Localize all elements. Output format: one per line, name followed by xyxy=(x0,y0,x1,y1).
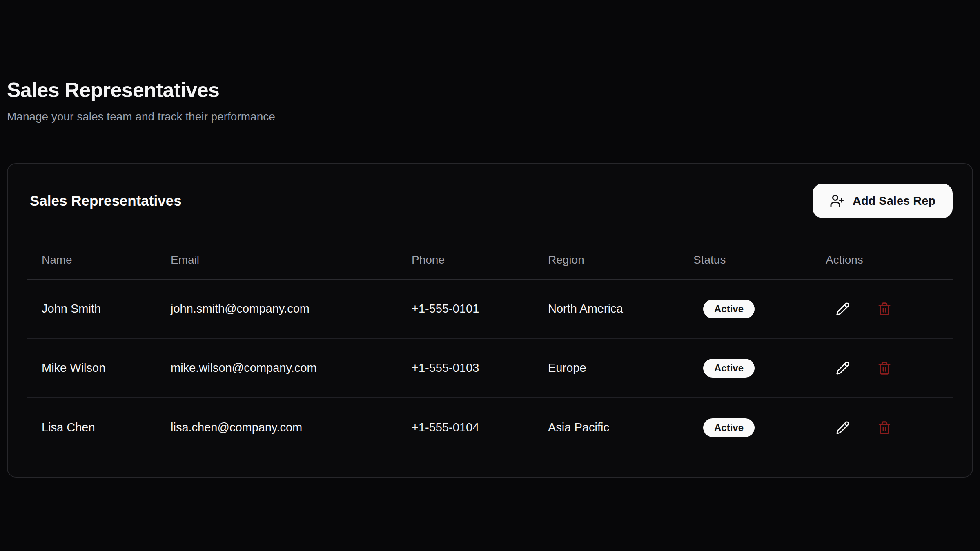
page-title: Sales Representatives xyxy=(7,78,973,102)
table-header-row: Name Email Phone Region Status Actions xyxy=(27,241,953,280)
trash-icon xyxy=(878,302,891,316)
pencil-icon xyxy=(836,421,850,435)
add-sales-rep-button[interactable]: Add Sales Rep xyxy=(813,184,953,218)
sales-reps-page: Sales Representatives Manage your sales … xyxy=(0,0,980,478)
table-row: Mike Wilson mike.wilson@company.com +1-5… xyxy=(27,339,953,398)
status-badge: Active xyxy=(703,359,755,378)
column-header-name: Name xyxy=(27,253,156,267)
edit-button[interactable] xyxy=(834,419,852,437)
column-header-phone: Phone xyxy=(397,253,534,267)
column-header-email: Email xyxy=(156,253,397,267)
rep-name: Mike Wilson xyxy=(27,361,156,375)
pencil-icon xyxy=(836,302,850,316)
add-sales-rep-label: Add Sales Rep xyxy=(853,194,935,208)
delete-button[interactable] xyxy=(875,359,893,377)
page-header: Sales Representatives Manage your sales … xyxy=(7,0,973,123)
table-row: John Smith john.smith@company.com +1-555… xyxy=(27,280,953,339)
card-title: Sales Representatives xyxy=(27,193,182,209)
sales-reps-card: Sales Representatives Add Sales Rep Name… xyxy=(7,163,973,478)
pencil-icon xyxy=(836,361,850,375)
user-plus-icon xyxy=(830,193,844,208)
card-header: Sales Representatives Add Sales Rep xyxy=(27,184,953,218)
column-header-region: Region xyxy=(534,253,679,267)
status-badge: Active xyxy=(703,418,755,437)
row-actions xyxy=(811,300,953,318)
rep-phone: +1-555-0103 xyxy=(397,361,534,375)
trash-icon xyxy=(878,361,891,375)
rep-region: Europe xyxy=(534,361,679,375)
column-header-actions: Actions xyxy=(811,253,953,267)
page-subtitle: Manage your sales team and track their p… xyxy=(7,110,973,123)
edit-button[interactable] xyxy=(834,359,852,377)
row-actions xyxy=(811,419,953,437)
rep-phone: +1-555-0101 xyxy=(397,302,534,315)
column-header-status: Status xyxy=(679,253,811,267)
rep-email: mike.wilson@company.com xyxy=(156,361,397,375)
rep-phone: +1-555-0104 xyxy=(397,421,534,434)
rep-email: john.smith@company.com xyxy=(156,302,397,315)
trash-icon xyxy=(878,421,891,435)
rep-region: North America xyxy=(534,302,679,315)
delete-button[interactable] xyxy=(875,300,893,318)
table-row: Lisa Chen lisa.chen@company.com +1-555-0… xyxy=(27,398,953,457)
row-actions xyxy=(811,359,953,377)
edit-button[interactable] xyxy=(834,300,852,318)
rep-name: Lisa Chen xyxy=(27,421,156,434)
rep-email: lisa.chen@company.com xyxy=(156,421,397,434)
rep-region: Asia Pacific xyxy=(534,421,679,434)
delete-button[interactable] xyxy=(875,419,893,437)
rep-name: John Smith xyxy=(27,302,156,315)
status-badge: Active xyxy=(703,300,755,318)
sales-reps-table: Name Email Phone Region Status Actions J… xyxy=(27,241,953,457)
